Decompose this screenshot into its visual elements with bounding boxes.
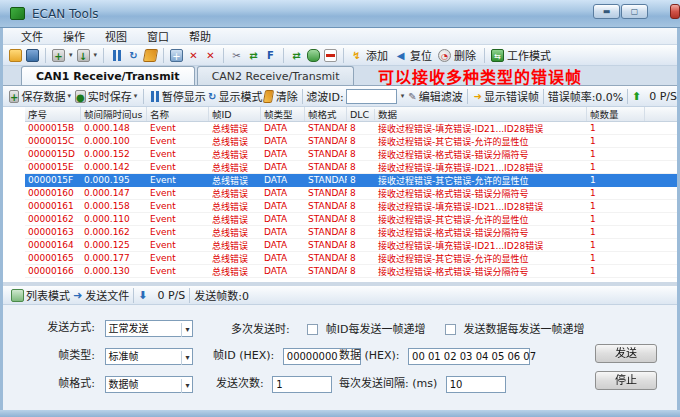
title-bar[interactable]: ECAN Tools ▬ ▢	[0, 0, 680, 28]
col-header-frametype[interactable]: 帧类型	[261, 107, 305, 121]
inc-data-checkbox[interactable]	[445, 324, 456, 335]
menu-help[interactable]: 帮助	[179, 27, 221, 45]
clear-button[interactable]: 清除	[276, 88, 298, 104]
remove-device-icon[interactable]: ↓	[77, 49, 90, 62]
send-button[interactable]: 发送	[595, 344, 657, 363]
frame-format-select[interactable]: 数据帧	[105, 376, 193, 393]
minimize-button[interactable]: ▬	[593, 4, 620, 19]
add-button[interactable]: 添加	[366, 47, 388, 63]
save-data-button[interactable]: 保存数据	[21, 88, 65, 104]
edit-filter-button[interactable]: 编辑滤波	[419, 88, 463, 104]
table-row[interactable]: 000001630.000.162Event总线错误DATASTANDARD8接…	[25, 226, 677, 239]
table-row[interactable]: 000001600.000.147Event总线错误DATASTANDARD8接…	[25, 187, 677, 200]
maximize-button[interactable]: ▢	[621, 4, 648, 19]
reset-icon[interactable]: ◀	[394, 49, 407, 62]
add-device-dropdown-icon[interactable]: ▾	[69, 51, 73, 59]
col-header-frameformat[interactable]: 帧格式	[305, 107, 347, 121]
font-icon[interactable]: F	[264, 49, 277, 62]
filter-dropdown-icon[interactable]: ▾	[401, 92, 405, 100]
work-mode-button[interactable]: 工作模式	[507, 47, 551, 63]
close-button[interactable]	[670, 4, 680, 19]
show-error-frames-button[interactable]: 显示错误帧	[484, 88, 539, 104]
menu-view[interactable]: 视图	[95, 27, 137, 45]
table-row[interactable]: 0000015C0.000.100Event总线错误DATASTANDARD8接…	[25, 135, 677, 148]
edit-frame-icon[interactable]: ✕	[187, 49, 200, 62]
realtime-save-button[interactable]: 实时保存	[88, 88, 132, 104]
menu-file[interactable]: 文件	[11, 27, 53, 45]
table-cell: 总线错误	[209, 135, 261, 148]
connect-icon[interactable]	[307, 49, 320, 62]
cut-icon[interactable]: ✂	[230, 49, 243, 62]
toolbar-separator	[143, 89, 144, 104]
list-mode-icon[interactable]	[11, 289, 24, 302]
col-header-count[interactable]: 帧数量	[587, 107, 645, 121]
col-header-dlc[interactable]: DLC	[347, 109, 375, 120]
add-lightning-icon[interactable]: ↯	[350, 49, 363, 62]
filter-id-combobox[interactable]	[346, 89, 397, 104]
delete-button[interactable]: 删除	[454, 47, 476, 63]
table-row[interactable]: 000001650.000.177Event总线错误DATASTANDARD8接…	[25, 252, 677, 265]
list-mode-button[interactable]: 列表模式	[26, 287, 70, 303]
window-title: ECAN Tools	[32, 7, 99, 21]
save-data-dropdown-icon[interactable]: ▾	[67, 92, 71, 100]
inc-data-label: 发送数据每发送一帧递增	[463, 323, 584, 336]
display-mode-icon[interactable]: ↻	[208, 90, 217, 103]
save-file-icon[interactable]	[26, 49, 39, 62]
delete-frame-icon[interactable]: ✕	[204, 49, 217, 62]
col-header-frameid[interactable]: 帧ID	[209, 107, 261, 121]
save-data-icon[interactable]: +	[9, 90, 19, 103]
table-cell: 总线错误	[209, 148, 261, 161]
copy-frame-icon[interactable]: ⇄	[247, 49, 260, 62]
loopback-icon[interactable]: ⇄	[290, 49, 303, 62]
remove-device-dropdown-icon[interactable]: ▾	[94, 51, 98, 59]
table-row[interactable]: 000001660.000.130Event总线错误DATASTANDARD8接…	[25, 265, 677, 278]
realtime-save-icon[interactable]: ●	[75, 90, 86, 103]
pause-icon[interactable]	[110, 49, 123, 62]
col-header-data[interactable]: 数据	[375, 107, 587, 121]
col-header-name[interactable]: 名称	[147, 107, 209, 121]
send-times-input[interactable]: 1	[272, 376, 332, 393]
reset-button[interactable]: 复位	[410, 47, 432, 63]
table-row[interactable]: 0000015B0.000.148Event总线错误DATASTANDARD8接…	[25, 122, 677, 135]
frame-format-label: 帧格式:	[33, 374, 95, 390]
edit-filter-icon[interactable]: ✎	[408, 90, 417, 103]
realtime-save-dropdown-icon[interactable]: ▾	[134, 92, 138, 100]
pause-display-icon[interactable]	[150, 90, 160, 103]
table-row[interactable]: 0000015F0.000.195Event总线错误DATASTANDARD8接…	[25, 174, 677, 187]
send-file-button[interactable]: 发送文件	[85, 287, 129, 303]
send-mode-select[interactable]: 正常发送	[105, 320, 193, 337]
tab-can1[interactable]: CAN1 Receive/Transmit	[21, 66, 195, 85]
send-file-arrow-icon[interactable]: ➜	[73, 289, 82, 302]
inc-id-checkbox[interactable]	[307, 324, 318, 335]
col-header-seq[interactable]: 序号	[25, 107, 81, 121]
table-cell: Event	[147, 175, 209, 185]
work-mode-icon[interactable]: ⇆	[491, 49, 504, 62]
table-row[interactable]: 000001640.000.125Event总线错误DATASTANDARD8接…	[25, 239, 677, 252]
delete-gauge-icon[interactable]: ◔	[438, 49, 451, 62]
refresh-icon[interactable]: ↻	[127, 49, 140, 62]
table-row[interactable]: 000001610.000.158Event总线错误DATASTANDARD8接…	[25, 200, 677, 213]
table-cell: DATA	[261, 149, 305, 159]
pause-display-button[interactable]: 暂停显示	[162, 88, 206, 104]
clear-icon[interactable]	[263, 90, 275, 103]
new-frame-icon[interactable]: +	[170, 49, 183, 62]
add-device-icon[interactable]: +	[52, 49, 65, 62]
col-header-interval[interactable]: 帧间隔时间us	[81, 107, 147, 121]
stop-button[interactable]: 停止	[595, 371, 657, 390]
table-cell: 总线错误	[209, 213, 261, 226]
clear-screen-icon[interactable]	[143, 49, 158, 62]
table-row[interactable]: 0000015E0.000.142Event总线错误DATASTANDARD8接…	[25, 161, 677, 174]
show-error-icon[interactable]: ➜	[473, 90, 482, 103]
open-file-icon[interactable]	[9, 49, 22, 62]
interval-input[interactable]: 10	[446, 376, 506, 393]
display-mode-button[interactable]: 显示模式	[218, 88, 262, 104]
table-row[interactable]: 000001620.000.110Event总线错误DATASTANDARD8接…	[25, 213, 677, 226]
disconnect-icon[interactable]	[324, 49, 337, 62]
menu-operation[interactable]: 操作	[53, 27, 95, 45]
table-cell: 8	[347, 162, 375, 172]
data-hex-input[interactable]: 00 01 02 03 04 05 06 07	[408, 348, 530, 365]
table-row[interactable]: 0000015D0.000.152Event总线错误DATASTANDARD8接…	[25, 148, 677, 161]
frame-type-select[interactable]: 标准帧	[105, 348, 193, 365]
menu-window[interactable]: 窗口	[137, 27, 179, 45]
tab-can2[interactable]: CAN2 Receive/Transmit	[197, 66, 355, 85]
